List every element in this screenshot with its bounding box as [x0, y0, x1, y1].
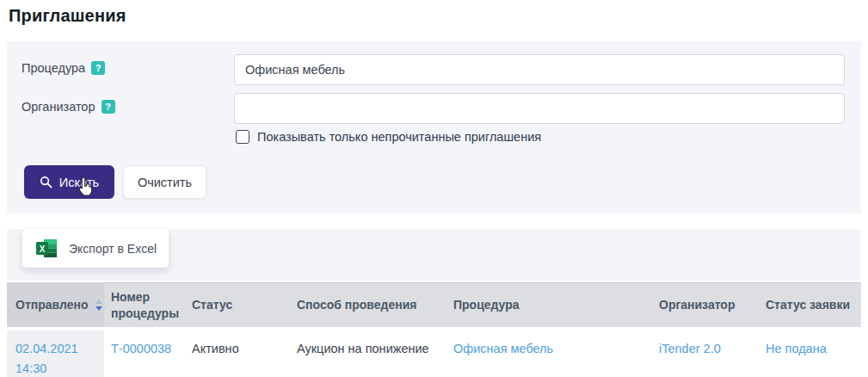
cell-procedure: Офисная мебель: [446, 331, 652, 377]
search-button-label: Искать: [59, 176, 99, 189]
column-header-sent[interactable]: Отправлено: [7, 283, 104, 327]
svg-text:X: X: [40, 244, 46, 254]
export-excel-label: Экспорт в Excel: [69, 242, 157, 256]
unread-only-checkbox[interactable]: [236, 130, 249, 144]
filter-panel: Процедура ? Организатор ? Показывать тол…: [7, 41, 861, 213]
unread-filter-row: Показывать только непрочитанные приглаше…: [236, 130, 541, 144]
organizer-label-text: Организатор: [22, 100, 95, 114]
cell-number: Т-0000038: [104, 331, 185, 377]
sort-icon: [95, 300, 102, 311]
invitations-table: Отправлено Номер процедуры Статус Способ…: [7, 282, 861, 377]
procedure-number-link[interactable]: Т-0000038: [111, 342, 171, 355]
procedure-label-text: Процедура: [22, 61, 85, 75]
organizer-label: Организатор ?: [22, 100, 115, 114]
export-excel-button[interactable]: X Экспорт в Excel: [22, 229, 169, 268]
column-header-procedure[interactable]: Процедура: [446, 283, 652, 327]
sent-date: 02.04.2021: [15, 342, 78, 355]
table-row: 02.04.2021 14:30 Т-0000038 Активно Аукци…: [7, 331, 861, 377]
help-icon[interactable]: ?: [91, 61, 105, 75]
cell-sent: 02.04.2021 14:30: [7, 331, 104, 377]
organizer-link[interactable]: iTender 2.0: [659, 342, 721, 355]
help-icon[interactable]: ?: [102, 100, 115, 114]
search-button[interactable]: Искать: [24, 165, 114, 199]
clear-button[interactable]: Очистить: [123, 165, 206, 199]
bid-status-link[interactable]: Не подана: [766, 342, 827, 355]
cell-bid-status: Не подана: [759, 331, 861, 377]
procedure-input[interactable]: [234, 54, 845, 85]
column-header-method[interactable]: Способ проведения: [290, 283, 446, 327]
cell-method: Аукцион на понижение: [290, 331, 446, 377]
sent-time: 14:30: [15, 362, 46, 375]
page-title: Приглашения: [9, 6, 126, 26]
column-header-bid-status[interactable]: Статус заявки: [759, 283, 861, 327]
column-header-number[interactable]: Номер процедуры: [104, 283, 185, 327]
column-header-status[interactable]: Статус: [185, 283, 290, 327]
unread-only-label: Показывать только непрочитанные приглаше…: [257, 130, 541, 144]
column-header-organizer[interactable]: Организатор: [652, 283, 759, 327]
table-header-row: Отправлено Номер процедуры Статус Способ…: [7, 282, 861, 327]
sent-date-link[interactable]: 02.04.2021 14:30: [15, 342, 78, 375]
procedure-link[interactable]: Офисная мебель: [453, 342, 553, 355]
column-header-label: Отправлено: [15, 297, 88, 312]
organizer-input[interactable]: [234, 93, 845, 124]
procedure-label: Процедура ?: [22, 61, 105, 75]
cell-organizer: iTender 2.0: [652, 331, 759, 377]
search-icon: [40, 176, 52, 188]
table-toolbar: X Экспорт в Excel: [7, 229, 861, 281]
cell-status: Активно: [185, 331, 290, 377]
excel-icon: X: [36, 238, 58, 258]
